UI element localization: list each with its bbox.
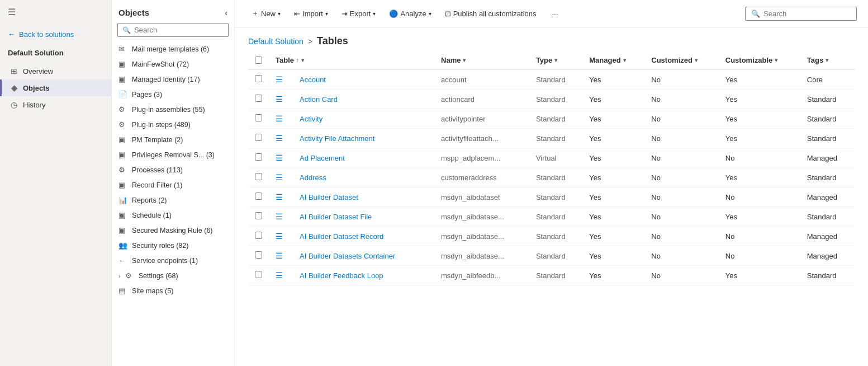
col-header-managed[interactable]: Managed ▾ <box>582 51 644 69</box>
row-table-name[interactable]: AI Builder Datasets Container <box>300 252 395 260</box>
objects-search-input[interactable] <box>134 26 224 34</box>
col-header-customizable[interactable]: Customizable ▾ <box>719 51 800 69</box>
row-checkbox[interactable] <box>255 212 262 219</box>
row-managed-cell: Yes <box>582 266 644 285</box>
col-header-name[interactable]: Name ▾ <box>434 51 529 69</box>
row-checkbox-cell[interactable] <box>248 227 269 246</box>
toolbar-search-box[interactable]: 🔍 <box>745 7 857 21</box>
sidebar-item-overview[interactable]: ⊞ Overview <box>0 63 111 79</box>
obj-item-managed-identity[interactable]: ▣ Managed Identity (17) ··· <box>112 72 234 87</box>
row-checkbox[interactable] <box>255 114 262 121</box>
row-table-name[interactable]: Ad Placement <box>300 154 345 162</box>
col-customized-filter-icon[interactable]: ▾ <box>695 57 698 63</box>
col-header-type[interactable]: Type ▾ <box>529 51 582 69</box>
col-header-tags[interactable]: Tags ▾ <box>800 51 855 69</box>
select-all-checkbox[interactable] <box>255 57 262 64</box>
obj-item-secured-masking[interactable]: ▣ Secured Masking Rule (6) ··· <box>112 223 234 238</box>
more-actions-button[interactable]: ··· <box>547 7 564 21</box>
row-type-cell: Standard <box>529 207 582 227</box>
import-icon: ⇤ <box>294 10 300 18</box>
row-table-name[interactable]: AI Builder Dataset Record <box>300 232 383 241</box>
row-checkbox[interactable] <box>255 193 262 200</box>
row-table-name[interactable]: Action Card <box>300 95 338 104</box>
row-checkbox[interactable] <box>255 173 262 180</box>
col-tags-filter-icon[interactable]: ▾ <box>826 57 828 63</box>
row-checkbox-cell[interactable] <box>248 109 269 129</box>
back-to-solutions-button[interactable]: ← Back to solutions <box>0 24 111 44</box>
obj-item-service-endpoints[interactable]: ← Service endpoints (1) ··· <box>112 253 234 268</box>
obj-item-pm-template[interactable]: ▣ PM Template (2) ··· <box>112 132 234 147</box>
row-table-name[interactable]: AI Builder Feedback Loop <box>300 271 383 280</box>
obj-item-processes-label: Processes (113) <box>132 166 217 174</box>
row-checkbox-cell[interactable] <box>248 148 269 168</box>
obj-item-privileges-removal[interactable]: ▣ Privileges Removal S... (3) ··· <box>112 147 234 162</box>
obj-item-processes[interactable]: ⚙ Processes (113) ··· <box>112 162 234 177</box>
more-actions-icon: ··· <box>552 10 558 18</box>
row-type-cell: Standard <box>529 90 582 109</box>
row-checkbox-cell[interactable] <box>248 246 269 266</box>
row-table-name[interactable]: AI Builder Dataset File <box>300 213 372 221</box>
row-table-name[interactable]: Activity File Attachment <box>300 134 374 143</box>
select-all-col[interactable] <box>248 51 269 69</box>
col-name-filter-icon[interactable]: ▾ <box>463 57 466 63</box>
row-table-name[interactable]: AI Builder Dataset <box>300 193 358 201</box>
row-table-icon: ☰ <box>276 271 283 280</box>
col-managed-filter-icon[interactable]: ▾ <box>623 57 626 63</box>
publish-button[interactable]: ⊡ Publish all customizations <box>439 7 542 21</box>
obj-item-security-roles[interactable]: 👥 Security roles (82) ··· <box>112 238 234 253</box>
row-type-cell: Standard <box>529 266 582 285</box>
row-checkbox[interactable] <box>255 251 262 259</box>
col-customizable-filter-icon[interactable]: ▾ <box>775 57 777 63</box>
obj-item-plugin-assemblies[interactable]: ⚙ Plug-in assemblies (55) ··· <box>112 102 234 117</box>
publish-label: Publish all customizations <box>453 10 537 18</box>
settings-expand-icon[interactable]: › <box>118 273 121 279</box>
sidebar-item-objects[interactable]: ◈ Objects <box>0 79 111 96</box>
row-checkbox-cell[interactable] <box>248 187 269 207</box>
row-checkbox[interactable] <box>255 271 262 278</box>
row-checkbox-cell[interactable] <box>248 69 269 90</box>
toolbar-search-input[interactable] <box>763 10 851 18</box>
new-button[interactable]: ＋ New ▾ <box>246 6 286 21</box>
import-label: Import <box>302 10 323 18</box>
col-table-filter-icon[interactable]: ▾ <box>301 57 304 63</box>
obj-item-mail-merge[interactable]: ✉ Mail merge templates (6) ··· <box>112 41 234 57</box>
breadcrumb-parent[interactable]: Default Solution <box>248 37 303 46</box>
row-checkbox[interactable] <box>255 75 262 82</box>
reports-icon: 📊 <box>118 196 127 204</box>
obj-item-pages[interactable]: 📄 Pages (3) ··· <box>112 87 234 102</box>
obj-item-site-maps[interactable]: ▤ Site maps (5) ··· <box>112 283 234 298</box>
col-header-table[interactable]: Table ↑ ▾ <box>269 51 434 69</box>
export-icon: ⇥ <box>341 10 348 18</box>
export-button[interactable]: ⇥ Export ▾ <box>336 7 382 21</box>
row-checkbox[interactable] <box>255 232 262 239</box>
obj-item-mainfewshot[interactable]: ▣ MainFewShot (72) ··· <box>112 57 234 72</box>
row-checkbox-cell[interactable] <box>248 129 269 148</box>
row-checkbox[interactable] <box>255 95 262 102</box>
row-checkbox-cell[interactable] <box>248 90 269 109</box>
row-checkbox[interactable] <box>255 153 262 161</box>
obj-item-plugin-steps[interactable]: ⚙ Plug-in steps (489) ··· <box>112 117 234 132</box>
row-checkbox-cell[interactable] <box>248 207 269 227</box>
col-managed-label: Managed <box>589 56 620 64</box>
row-table-name[interactable]: Activity <box>300 115 322 123</box>
collapse-panel-icon[interactable]: ‹ <box>225 8 227 17</box>
obj-item-reports[interactable]: 📊 Reports (2) ··· <box>112 193 234 208</box>
obj-item-schedule[interactable]: ▣ Schedule (1) ··· <box>112 208 234 223</box>
sidebar-item-history[interactable]: ◷ History <box>0 96 111 113</box>
row-checkbox[interactable] <box>255 134 262 141</box>
obj-item-plugin-steps-label: Plug-in steps (489) <box>132 121 217 129</box>
obj-item-record-filter[interactable]: ▣ Record Filter (1) ··· <box>112 177 234 193</box>
analyze-button[interactable]: 🔵 Analyze ▾ <box>383 7 437 21</box>
obj-item-settings[interactable]: › ⚙ Settings (68) ··· <box>112 268 234 283</box>
hamburger-icon[interactable]: ☰ <box>8 7 16 17</box>
objects-search-box[interactable]: 🔍 <box>117 23 229 37</box>
row-table-icon: ☰ <box>276 212 283 221</box>
hamburger-menu[interactable]: ☰ <box>0 0 111 24</box>
row-table-name[interactable]: Address <box>300 173 326 182</box>
row-checkbox-cell[interactable] <box>248 168 269 187</box>
col-header-customized[interactable]: Customized ▾ <box>644 51 719 69</box>
row-table-name[interactable]: Account <box>300 76 326 84</box>
import-button[interactable]: ⇤ Import ▾ <box>288 7 334 21</box>
row-checkbox-cell[interactable] <box>248 266 269 285</box>
col-type-filter-icon[interactable]: ▾ <box>554 57 557 63</box>
